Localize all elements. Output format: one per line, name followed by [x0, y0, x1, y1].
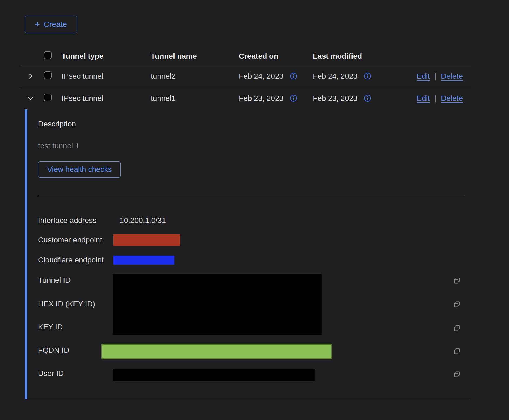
tunnel-type-cell: IPsec tunnel: [62, 94, 151, 103]
info-icon[interactable]: [364, 95, 371, 102]
copy-icon: [453, 325, 461, 332]
copy-user-id-button[interactable]: [453, 371, 461, 378]
copy-fqdn-id-button[interactable]: [453, 348, 461, 355]
created-on-value: Feb 24, 2023: [239, 72, 283, 81]
column-header-last-modified: Last modified: [313, 52, 387, 61]
action-separator: |: [434, 94, 436, 103]
row-checkbox[interactable]: [44, 71, 52, 79]
interface-address-label: Interface address: [38, 216, 96, 225]
user-id-redaction: [113, 369, 315, 381]
delete-link[interactable]: Delete: [441, 72, 463, 81]
row-checkbox[interactable]: [44, 94, 52, 101]
fqdn-id-label: FQDN ID: [38, 346, 69, 355]
tunnel-type-cell: IPsec tunnel: [62, 72, 151, 81]
edit-link[interactable]: Edit: [417, 94, 430, 103]
view-health-checks-button[interactable]: View health checks: [38, 161, 121, 178]
table-row-tunnel2: IPsec tunnel tunnel2 Feb 24, 2023 Feb 24…: [20, 65, 471, 87]
customer-endpoint-redaction: [113, 234, 180, 246]
create-button[interactable]: + Create: [25, 16, 77, 33]
last-modified-value: Feb 23, 2023: [313, 94, 357, 103]
chevron-right-icon[interactable]: [27, 72, 34, 80]
copy-icon: [453, 371, 461, 378]
copy-hex-id-button[interactable]: [453, 301, 461, 308]
section-divider: [38, 196, 463, 196]
column-header-tunnel-name: Tunnel name: [151, 52, 239, 61]
table-row-tunnel1: IPsec tunnel tunnel1 Feb 23, 2023 Feb 23…: [20, 87, 471, 109]
edit-link[interactable]: Edit: [417, 72, 430, 81]
user-id-label: User ID: [38, 369, 64, 378]
copy-tunnel-id-button[interactable]: [453, 277, 461, 284]
delete-link[interactable]: Delete: [441, 94, 463, 103]
copy-icon: [453, 348, 461, 355]
tunnel-name-cell: tunnel1: [151, 94, 239, 103]
hex-id-label: HEX ID (KEY ID): [38, 299, 95, 309]
interface-address-value: 10.200.1.0/31: [120, 216, 166, 225]
column-header-tunnel-type: Tunnel type: [62, 52, 151, 61]
created-on-value: Feb 23, 2023: [239, 94, 283, 103]
table-header-row: Tunnel type Tunnel name Created on Last …: [20, 41, 471, 65]
info-icon[interactable]: [290, 72, 297, 80]
copy-icon: [453, 277, 461, 284]
last-modified-value: Feb 24, 2023: [313, 72, 357, 81]
ipsec-tunnels-page: + Create Tunnel type Tunnel name Created…: [0, 0, 509, 420]
action-separator: |: [434, 72, 436, 81]
description-value: test tunnel 1: [38, 141, 79, 151]
create-button-label: Create: [43, 20, 67, 29]
info-icon[interactable]: [364, 72, 371, 80]
description-label: Description: [38, 119, 76, 129]
column-header-created-on: Created on: [239, 52, 313, 61]
tunnel1-details-panel: Description test tunnel 1 View health ch…: [25, 109, 471, 399]
chevron-down-icon[interactable]: [27, 95, 34, 102]
customer-endpoint-label: Customer endpoint: [38, 235, 102, 245]
select-all-checkbox[interactable]: [44, 51, 52, 59]
cloudflare-endpoint-label: Cloudflare endpoint: [38, 255, 104, 265]
key-id-label: KEY ID: [38, 322, 63, 332]
copy-key-id-button[interactable]: [453, 325, 461, 332]
cloudflare-endpoint-redaction: [113, 256, 174, 265]
tunnel-name-cell: tunnel2: [151, 72, 239, 81]
plus-icon: +: [35, 19, 40, 29]
tunnels-table: Tunnel type Tunnel name Created on Last …: [20, 41, 471, 399]
copy-icon: [453, 301, 461, 308]
tunnel-id-label: Tunnel ID: [38, 276, 71, 285]
tunnel-hex-key-id-redaction: [113, 274, 322, 335]
info-icon[interactable]: [290, 95, 297, 102]
fqdn-id-redaction: [101, 344, 332, 359]
